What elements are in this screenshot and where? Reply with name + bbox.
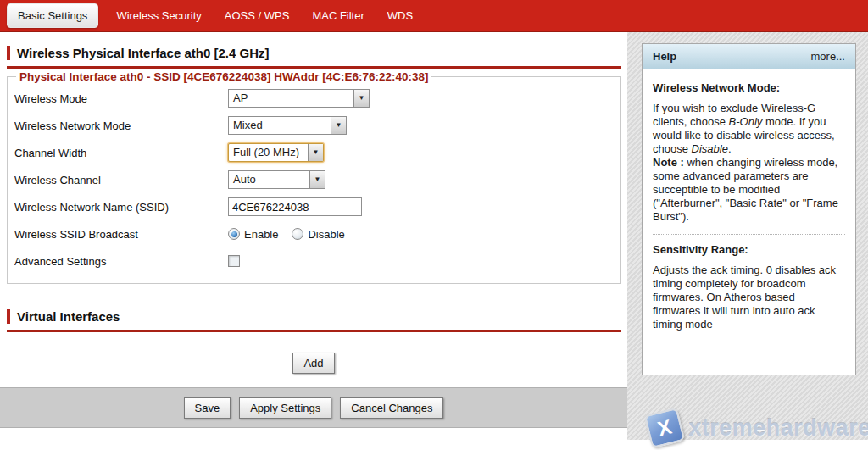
- help-note-label: Note :: [653, 156, 684, 169]
- physical-interface-fieldset: Physical Interface ath0 - SSID [4CE67622…: [7, 70, 621, 284]
- help-panel-body: Wireless Network Mode: If you wish to ex…: [643, 69, 855, 359]
- wireless-network-mode-value: Mixed: [229, 117, 331, 134]
- virtual-interfaces-title: Virtual Interfaces: [17, 309, 120, 324]
- row-wireless-network-mode: Wireless Network Mode Mixed ▼: [14, 112, 614, 139]
- section-accent-bar: [7, 46, 10, 60]
- ssid-label: Wireless Network Name (SSID): [14, 201, 228, 214]
- section-header-virtual-interfaces: Virtual Interfaces: [7, 309, 627, 324]
- advanced-settings-checkbox[interactable]: [228, 255, 240, 267]
- save-button[interactable]: Save: [184, 397, 231, 419]
- help-more-link[interactable]: more...: [811, 50, 845, 63]
- help-heading-sensitivity-range: Sensitivity Range:: [653, 243, 845, 257]
- section-divider: [7, 330, 621, 332]
- wireless-mode-select[interactable]: AP ▼: [228, 89, 370, 108]
- tab-wireless-security[interactable]: Wireless Security: [111, 4, 206, 27]
- tab-aoss-wps[interactable]: AOSS / WPS: [220, 4, 295, 27]
- xtremehardware-logo-icon: X: [644, 408, 685, 448]
- wireless-mode-value: AP: [229, 90, 353, 107]
- ssid-broadcast-disable-label: Disable: [308, 228, 344, 241]
- help-panel: Help more... Wireless Network Mode: If y…: [642, 43, 856, 375]
- help-text-wireless-network-mode: If you wish to exclude Wireless-G client…: [653, 102, 845, 224]
- chevron-down-icon[interactable]: ▼: [309, 171, 325, 188]
- help-panel-header: Help more...: [643, 44, 855, 69]
- help-sidebar: Help more... Wireless Network Mode: If y…: [627, 32, 868, 440]
- help-divider: [653, 234, 845, 235]
- section-divider: [7, 66, 621, 69]
- help-text-sensitivity-range: Adjusts the ack timing. 0 disables ack t…: [653, 264, 845, 331]
- tab-mac-filter[interactable]: MAC Filter: [307, 4, 369, 27]
- wireless-channel-value: Auto: [229, 171, 309, 188]
- advanced-settings-label: Advanced Settings: [14, 255, 228, 268]
- row-wireless-mode: Wireless Mode AP ▼: [14, 85, 614, 112]
- fieldset-legend: Physical Interface ath0 - SSID [4CE67622…: [16, 70, 431, 83]
- row-ssid: Wireless Network Name (SSID): [14, 193, 614, 220]
- channel-width-value: Full (20 MHz): [229, 144, 308, 161]
- chevron-down-icon[interactable]: ▼: [308, 144, 323, 161]
- tab-wds[interactable]: WDS: [382, 4, 418, 27]
- chevron-down-icon[interactable]: ▼: [353, 90, 369, 107]
- watermark-text: xtremehardware.it: [688, 415, 868, 442]
- help-heading-wireless-network-mode: Wireless Network Mode:: [653, 81, 845, 95]
- cancel-changes-button[interactable]: Cancel Changes: [340, 397, 443, 419]
- wireless-mode-label: Wireless Mode: [14, 92, 228, 105]
- row-advanced-settings: Advanced Settings: [14, 247, 614, 275]
- section-header-physical-interface: Wireless Physical Interface ath0 [2.4 GH…: [7, 46, 627, 60]
- page-title: Wireless Physical Interface ath0 [2.4 GH…: [17, 46, 270, 60]
- wireless-channel-select[interactable]: Auto ▼: [228, 170, 326, 189]
- main-content: Wireless Physical Interface ath0 [2.4 GH…: [0, 32, 627, 450]
- chevron-down-icon[interactable]: ▼: [331, 117, 346, 134]
- help-title: Help: [653, 50, 676, 63]
- channel-width-label: Channel Width: [14, 147, 228, 159]
- ssid-broadcast-label: Wireless SSID Broadcast: [14, 228, 228, 241]
- apply-settings-button[interactable]: Apply Settings: [239, 397, 331, 419]
- channel-width-select[interactable]: Full (20 MHz) ▼: [228, 143, 324, 162]
- radio-selected-dot: [231, 231, 237, 237]
- row-channel-width: Channel Width Full (20 MHz) ▼: [14, 139, 614, 166]
- help-divider: [653, 342, 845, 342]
- wireless-network-mode-select[interactable]: Mixed ▼: [228, 116, 347, 135]
- ssid-input[interactable]: [228, 197, 362, 216]
- tab-basic-settings[interactable]: Basic Settings: [7, 3, 98, 28]
- row-ssid-broadcast: Wireless SSID Broadcast Enable Disable: [14, 220, 614, 247]
- add-virtual-interface-button[interactable]: Add: [292, 353, 334, 374]
- ssid-broadcast-disable-radio[interactable]: [292, 228, 303, 240]
- row-wireless-channel: Wireless Channel Auto ▼: [14, 166, 614, 193]
- watermark: X xtremehardware.it: [648, 411, 868, 445]
- ssid-broadcast-enable-label: Enable: [244, 228, 278, 241]
- action-button-bar: Save Apply Settings Cancel Changes: [0, 387, 627, 428]
- section-accent-bar: [7, 309, 10, 324]
- wireless-subnav: Basic Settings Wireless Security AOSS / …: [0, 0, 868, 32]
- wireless-network-mode-label: Wireless Network Mode: [14, 119, 228, 132]
- ssid-broadcast-enable-radio[interactable]: [228, 228, 240, 240]
- wireless-channel-label: Wireless Channel: [14, 174, 228, 186]
